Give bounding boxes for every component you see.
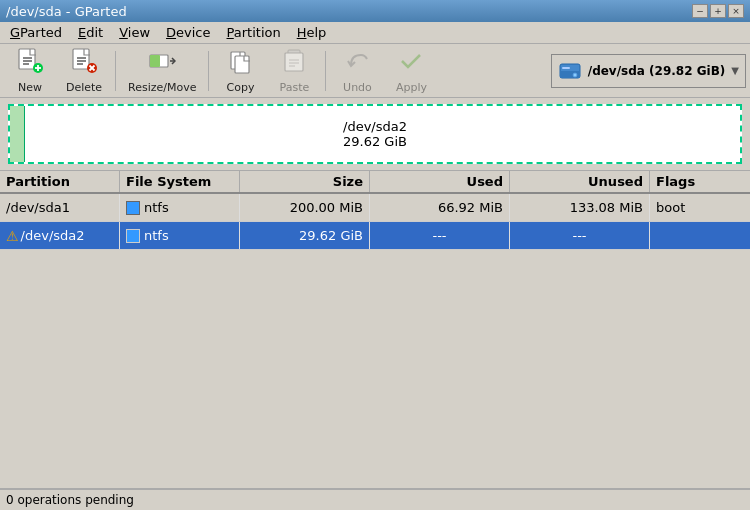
used-cell: 66.92 MiB xyxy=(370,194,510,221)
close-button[interactable]: × xyxy=(728,4,744,18)
warning-icon: ⚠ xyxy=(6,228,19,244)
undo-button[interactable]: Undo xyxy=(331,48,383,94)
svg-rect-18 xyxy=(235,56,249,73)
fs-type-sda2: ntfs xyxy=(144,228,169,243)
size-cell: 200.00 MiB xyxy=(240,194,370,221)
titlebar-title: /dev/sda - GParted xyxy=(6,4,127,19)
flags-cell xyxy=(650,222,740,249)
delete-button[interactable]: Delete xyxy=(58,48,110,94)
used-cell: --- xyxy=(370,222,510,249)
svg-rect-7 xyxy=(73,49,89,69)
delete-label: Delete xyxy=(66,81,102,94)
fs-color-sda1 xyxy=(126,201,140,215)
svg-rect-0 xyxy=(19,49,35,69)
menu-device[interactable]: Device xyxy=(158,23,218,42)
titlebar: /dev/sda - GParted − + × xyxy=(0,0,750,22)
new-label: New xyxy=(18,81,42,94)
copy-button[interactable]: Copy xyxy=(214,48,266,94)
svg-rect-15 xyxy=(150,55,160,67)
filesystem-cell: ntfs xyxy=(120,222,240,249)
table-header: Partition File System Size Used Unused F… xyxy=(0,170,750,194)
toolbar-sep-3 xyxy=(325,51,326,91)
dropdown-arrow-icon: ▼ xyxy=(731,65,739,76)
partition-name: /dev/sda1 xyxy=(0,194,120,221)
table-row[interactable]: ⚠ /dev/sda2 ntfs 29.62 GiB --- --- xyxy=(0,222,750,250)
menu-gparted[interactable]: GParted xyxy=(2,23,70,42)
disk-visual-label: /dev/sda2 xyxy=(343,119,407,134)
col-header-used: Used xyxy=(370,171,510,192)
toolbar: New Delete xyxy=(0,44,750,98)
svg-point-26 xyxy=(573,73,577,77)
minimize-button[interactable]: − xyxy=(692,4,708,18)
menubar: GParted Edit View Device Partition Help xyxy=(0,22,750,44)
col-header-flags: Flags xyxy=(650,171,740,192)
menu-view[interactable]: View xyxy=(111,23,158,42)
undo-icon xyxy=(343,47,371,79)
menu-partition[interactable]: Partition xyxy=(219,23,289,42)
col-header-filesystem: File System xyxy=(120,171,240,192)
flags-cell: boot xyxy=(650,194,740,221)
menu-edit[interactable]: Edit xyxy=(70,23,111,42)
new-icon xyxy=(16,47,44,79)
fs-color-sda2 xyxy=(126,229,140,243)
apply-icon xyxy=(397,47,425,79)
paste-label: Paste xyxy=(280,81,310,94)
status-text: 0 operations pending xyxy=(6,493,134,507)
maximize-button[interactable]: + xyxy=(710,4,726,18)
undo-label: Undo xyxy=(343,81,372,94)
svg-rect-27 xyxy=(562,67,570,69)
toolbar-sep-2 xyxy=(208,51,209,91)
svg-rect-20 xyxy=(285,53,303,71)
titlebar-controls: − + × xyxy=(692,4,744,18)
partition-name: ⚠ /dev/sda2 xyxy=(0,222,120,249)
unused-cell: --- xyxy=(510,222,650,249)
resize-button[interactable]: Resize/Move xyxy=(121,48,203,94)
menu-help[interactable]: Help xyxy=(289,23,335,42)
resize-icon xyxy=(148,47,176,79)
disk-visual: /dev/sda2 29.62 GiB xyxy=(8,104,742,164)
size-cell: 29.62 GiB xyxy=(240,222,370,249)
device-label: /dev/sda (29.82 GiB) xyxy=(588,64,726,78)
paste-icon xyxy=(280,47,308,79)
col-header-partition: Partition xyxy=(0,171,120,192)
new-button[interactable]: New xyxy=(4,48,56,94)
hdd-icon xyxy=(558,59,582,83)
delete-icon xyxy=(70,47,98,79)
paste-button[interactable]: Paste xyxy=(268,48,320,94)
disk-visual-size: 29.62 GiB xyxy=(343,134,407,149)
copy-icon xyxy=(226,47,254,79)
toolbar-sep-1 xyxy=(115,51,116,91)
col-header-size: Size xyxy=(240,171,370,192)
col-header-unused: Unused xyxy=(510,171,650,192)
device-selector[interactable]: /dev/sda (29.82 GiB) ▼ xyxy=(551,54,746,88)
device-info: /dev/sda (29.82 GiB) xyxy=(558,59,726,83)
apply-button[interactable]: Apply xyxy=(385,48,437,94)
filesystem-cell: ntfs xyxy=(120,194,240,221)
resize-label: Resize/Move xyxy=(128,81,196,94)
partition-table-container: Partition File System Size Used Unused F… xyxy=(0,170,750,250)
apply-label: Apply xyxy=(396,81,427,94)
statusbar: 0 operations pending xyxy=(0,488,750,510)
fs-type-sda1: ntfs xyxy=(144,200,169,215)
table-row[interactable]: /dev/sda1 ntfs 200.00 MiB 66.92 MiB 133.… xyxy=(0,194,750,222)
copy-label: Copy xyxy=(227,81,255,94)
unused-cell: 133.08 MiB xyxy=(510,194,650,221)
